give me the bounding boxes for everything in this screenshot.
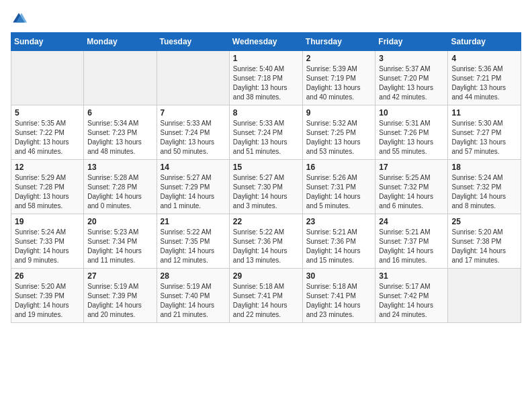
day-number: 1 xyxy=(233,54,299,63)
calendar-cell: 6Sunrise: 5:34 AMSunset: 7:23 PMDaylight… xyxy=(84,105,157,160)
calendar-cell: 20Sunrise: 5:23 AMSunset: 7:34 PMDayligh… xyxy=(84,214,157,269)
calendar-cell: 9Sunrise: 5:32 AMSunset: 7:25 PMDaylight… xyxy=(302,105,375,160)
day-number: 5 xyxy=(15,108,80,118)
calendar-cell: 31Sunrise: 5:17 AMSunset: 7:42 PMDayligh… xyxy=(375,269,448,323)
week-row-5: 26Sunrise: 5:20 AMSunset: 7:39 PMDayligh… xyxy=(11,269,521,323)
day-info: Sunrise: 5:35 AMSunset: 7:22 PMDaylight:… xyxy=(15,119,80,156)
day-info: Sunrise: 5:33 AMSunset: 7:24 PMDaylight:… xyxy=(161,119,226,156)
day-number: 17 xyxy=(379,163,444,172)
calendar-cell: 25Sunrise: 5:20 AMSunset: 7:38 PMDayligh… xyxy=(448,214,521,269)
week-row-4: 19Sunrise: 5:24 AMSunset: 7:33 PMDayligh… xyxy=(11,214,521,269)
day-info: Sunrise: 5:40 AMSunset: 7:18 PMDaylight:… xyxy=(233,64,299,102)
day-number: 7 xyxy=(161,108,226,118)
calendar-cell: 3Sunrise: 5:37 AMSunset: 7:20 PMDaylight… xyxy=(375,51,448,105)
weekday-header-sunday: Sunday xyxy=(11,33,84,51)
day-number: 31 xyxy=(379,271,444,281)
day-number: 30 xyxy=(306,271,372,281)
calendar-cell: 15Sunrise: 5:27 AMSunset: 7:30 PMDayligh… xyxy=(229,160,302,214)
day-info: Sunrise: 5:27 AMSunset: 7:29 PMDaylight:… xyxy=(161,173,226,211)
day-info: Sunrise: 5:28 AMSunset: 7:28 PMDaylight:… xyxy=(87,173,152,211)
calendar-cell: 8Sunrise: 5:33 AMSunset: 7:24 PMDaylight… xyxy=(229,105,302,160)
calendar-cell: 17Sunrise: 5:25 AMSunset: 7:32 PMDayligh… xyxy=(375,160,448,214)
day-info: Sunrise: 5:22 AMSunset: 7:36 PMDaylight:… xyxy=(233,228,299,265)
weekday-header-monday: Monday xyxy=(84,33,157,51)
day-info: Sunrise: 5:20 AMSunset: 7:39 PMDaylight:… xyxy=(15,282,80,320)
week-row-3: 12Sunrise: 5:29 AMSunset: 7:28 PMDayligh… xyxy=(11,160,521,214)
day-info: Sunrise: 5:22 AMSunset: 7:35 PMDaylight:… xyxy=(161,228,226,265)
day-number: 10 xyxy=(379,108,444,118)
weekday-header-wednesday: Wednesday xyxy=(229,33,302,51)
day-number: 22 xyxy=(233,217,299,226)
weekday-header-friday: Friday xyxy=(375,33,448,51)
calendar-cell: 14Sunrise: 5:27 AMSunset: 7:29 PMDayligh… xyxy=(157,160,229,214)
day-info: Sunrise: 5:20 AMSunset: 7:38 PMDaylight:… xyxy=(451,228,517,265)
day-info: Sunrise: 5:25 AMSunset: 7:32 PMDaylight:… xyxy=(379,173,444,211)
day-number: 6 xyxy=(87,108,152,118)
day-info: Sunrise: 5:21 AMSunset: 7:37 PMDaylight:… xyxy=(379,228,444,265)
week-row-1: 1Sunrise: 5:40 AMSunset: 7:18 PMDaylight… xyxy=(11,51,521,105)
calendar-cell: 29Sunrise: 5:18 AMSunset: 7:41 PMDayligh… xyxy=(229,269,302,323)
day-number: 27 xyxy=(87,271,152,281)
day-info: Sunrise: 5:19 AMSunset: 7:40 PMDaylight:… xyxy=(161,282,226,320)
calendar-cell: 19Sunrise: 5:24 AMSunset: 7:33 PMDayligh… xyxy=(11,214,84,269)
calendar-cell: 10Sunrise: 5:31 AMSunset: 7:26 PMDayligh… xyxy=(375,105,448,160)
day-number: 4 xyxy=(451,54,517,63)
day-info: Sunrise: 5:34 AMSunset: 7:23 PMDaylight:… xyxy=(87,119,152,156)
calendar: SundayMondayTuesdayWednesdayThursdayFrid… xyxy=(11,32,521,323)
calendar-cell: 11Sunrise: 5:30 AMSunset: 7:27 PMDayligh… xyxy=(448,105,521,160)
calendar-cell: 13Sunrise: 5:28 AMSunset: 7:28 PMDayligh… xyxy=(84,160,157,214)
day-number: 13 xyxy=(87,163,152,172)
day-number: 2 xyxy=(306,54,372,63)
day-number: 14 xyxy=(161,163,226,172)
weekday-header-saturday: Saturday xyxy=(448,33,521,51)
day-number: 20 xyxy=(87,217,152,226)
day-info: Sunrise: 5:23 AMSunset: 7:34 PMDaylight:… xyxy=(87,228,152,265)
page-header xyxy=(11,11,521,27)
day-info: Sunrise: 5:18 AMSunset: 7:41 PMDaylight:… xyxy=(233,282,299,320)
day-number: 23 xyxy=(306,217,372,226)
calendar-cell: 5Sunrise: 5:35 AMSunset: 7:22 PMDaylight… xyxy=(11,105,84,160)
day-number: 24 xyxy=(379,217,444,226)
calendar-cell xyxy=(157,51,229,105)
calendar-cell: 16Sunrise: 5:26 AMSunset: 7:31 PMDayligh… xyxy=(302,160,375,214)
day-number: 28 xyxy=(161,271,226,281)
day-number: 25 xyxy=(451,217,517,226)
day-number: 3 xyxy=(379,54,444,63)
day-number: 29 xyxy=(233,271,299,281)
day-info: Sunrise: 5:24 AMSunset: 7:32 PMDaylight:… xyxy=(451,173,517,211)
weekday-header-thursday: Thursday xyxy=(302,33,375,51)
week-row-2: 5Sunrise: 5:35 AMSunset: 7:22 PMDaylight… xyxy=(11,105,521,160)
calendar-cell xyxy=(448,269,521,323)
calendar-cell xyxy=(84,51,157,105)
day-number: 12 xyxy=(15,163,80,172)
calendar-cell: 21Sunrise: 5:22 AMSunset: 7:35 PMDayligh… xyxy=(157,214,229,269)
weekday-header-tuesday: Tuesday xyxy=(157,33,229,51)
day-number: 19 xyxy=(15,217,80,226)
calendar-cell: 22Sunrise: 5:22 AMSunset: 7:36 PMDayligh… xyxy=(229,214,302,269)
calendar-cell: 1Sunrise: 5:40 AMSunset: 7:18 PMDaylight… xyxy=(229,51,302,105)
calendar-cell xyxy=(11,51,84,105)
calendar-body: 1Sunrise: 5:40 AMSunset: 7:18 PMDaylight… xyxy=(11,51,521,323)
day-number: 26 xyxy=(15,271,80,281)
day-info: Sunrise: 5:26 AMSunset: 7:31 PMDaylight:… xyxy=(306,173,372,211)
calendar-cell: 30Sunrise: 5:18 AMSunset: 7:41 PMDayligh… xyxy=(302,269,375,323)
day-info: Sunrise: 5:27 AMSunset: 7:30 PMDaylight:… xyxy=(233,173,299,211)
calendar-cell: 18Sunrise: 5:24 AMSunset: 7:32 PMDayligh… xyxy=(448,160,521,214)
day-info: Sunrise: 5:24 AMSunset: 7:33 PMDaylight:… xyxy=(15,228,80,265)
day-info: Sunrise: 5:37 AMSunset: 7:20 PMDaylight:… xyxy=(379,64,444,102)
calendar-cell: 24Sunrise: 5:21 AMSunset: 7:37 PMDayligh… xyxy=(375,214,448,269)
logo xyxy=(11,11,30,27)
day-number: 21 xyxy=(161,217,226,226)
calendar-cell: 23Sunrise: 5:21 AMSunset: 7:36 PMDayligh… xyxy=(302,214,375,269)
weekday-header-row: SundayMondayTuesdayWednesdayThursdayFrid… xyxy=(11,33,521,51)
day-info: Sunrise: 5:21 AMSunset: 7:36 PMDaylight:… xyxy=(306,228,372,265)
day-info: Sunrise: 5:29 AMSunset: 7:28 PMDaylight:… xyxy=(15,173,80,211)
day-number: 15 xyxy=(233,163,299,172)
day-info: Sunrise: 5:17 AMSunset: 7:42 PMDaylight:… xyxy=(379,282,444,320)
day-number: 16 xyxy=(306,163,372,172)
calendar-cell: 12Sunrise: 5:29 AMSunset: 7:28 PMDayligh… xyxy=(11,160,84,214)
day-info: Sunrise: 5:39 AMSunset: 7:19 PMDaylight:… xyxy=(306,64,372,102)
day-info: Sunrise: 5:30 AMSunset: 7:27 PMDaylight:… xyxy=(451,119,517,156)
day-info: Sunrise: 5:33 AMSunset: 7:24 PMDaylight:… xyxy=(233,119,299,156)
day-number: 18 xyxy=(451,163,517,172)
